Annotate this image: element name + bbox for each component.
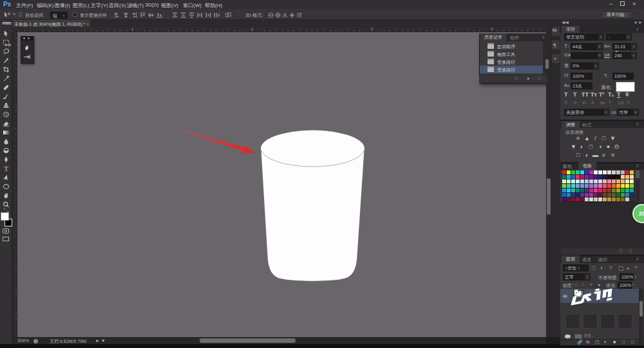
svg-text:T: T (4, 165, 8, 172)
